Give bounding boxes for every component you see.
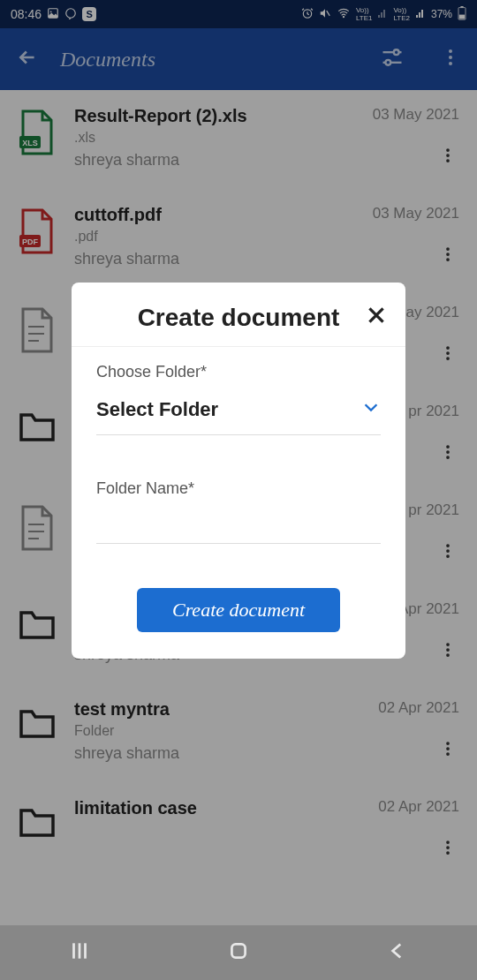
android-back-button[interactable] (386, 939, 409, 966)
choose-folder-label: Choose Folder* (96, 363, 381, 381)
dialog-title: Create document (138, 304, 340, 332)
recent-apps-button[interactable] (68, 939, 91, 966)
folder-name-label: Folder Name* (96, 479, 381, 498)
close-button[interactable] (365, 304, 388, 330)
home-button[interactable] (227, 939, 250, 966)
folder-select[interactable]: Select Folder (96, 390, 381, 435)
folder-name-input[interactable] (96, 507, 381, 544)
chevron-down-icon (361, 397, 381, 422)
create-document-dialog: Create document Choose Folder* Select Fo… (72, 283, 405, 659)
svg-rect-53 (231, 944, 245, 957)
create-document-button[interactable]: Create document (137, 588, 340, 632)
dialog-overlay[interactable]: Create document Choose Folder* Select Fo… (0, 0, 477, 980)
android-nav-bar (0, 925, 477, 980)
folder-select-value: Select Folder (96, 398, 218, 421)
